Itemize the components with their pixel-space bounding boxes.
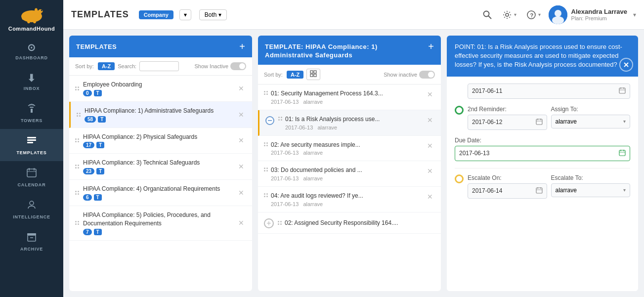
assign2-chevron: ▾: [623, 119, 626, 124]
mid-show-inactive-wrap: Show inactive: [384, 71, 435, 79]
sidebar-item-inbox[interactable]: ⬇ INBOX: [0, 66, 63, 97]
calendar-icon-4[interactable]: [536, 187, 543, 195]
template-detail-list: 01: Security Management Process 164.3...…: [258, 85, 441, 291]
template-detail-subtitle: Administrative Safeguards: [265, 51, 352, 59]
main-content: TEMPLATES Company ▾ Both ▾ ▾ ? ▾: [63, 0, 644, 297]
sidebar-item-templates[interactable]: TEMPLATES: [0, 129, 63, 161]
mid-list-item[interactable]: 02: Are security measures imple... 2017-…: [258, 136, 441, 162]
topbar-actions: ▾ ? ▾ Alexandra Larrave Plan: Premium ▾: [480, 5, 636, 24]
calendar-icon-3[interactable]: [619, 149, 626, 158]
minus-button[interactable]: −: [265, 116, 274, 125]
item-close-button[interactable]: ✕: [236, 162, 246, 171]
item-close-button[interactable]: ✕: [236, 218, 246, 228]
assign2-value: alarrave: [556, 118, 577, 125]
reminder2-label: 2nd Reminder:: [468, 106, 547, 113]
sidebar-item-towers[interactable]: TOWERS: [0, 97, 63, 129]
svg-rect-43: [619, 150, 625, 156]
user-name: Alexandra Larrave: [571, 8, 627, 15]
svg-point-21: [483, 11, 489, 16]
template-detail-toolbar: Sort by: A-Z Show inactive: [258, 65, 441, 85]
sidebar-item-calendar[interactable]: CALENDAR: [0, 161, 63, 193]
list-item[interactable]: HIPAA Compliance: 5) Policies, Procedure…: [69, 206, 252, 241]
badge-num: 23: [83, 168, 94, 174]
drag-handle: [75, 138, 79, 142]
calendar-icon-1[interactable]: [619, 87, 626, 95]
list-item[interactable]: Employee Onboarding 0 T ✕: [69, 76, 252, 102]
due-date-input-wrap: 2017-06-13: [455, 146, 630, 161]
templates-icon: [26, 135, 37, 148]
drag-handle: [264, 168, 268, 171]
mid-item-close[interactable]: ✕: [425, 141, 435, 151]
show-inactive-toggle[interactable]: [230, 62, 246, 70]
mid-toggle-knob: [428, 72, 434, 78]
mid-item-close[interactable]: ✕: [425, 192, 435, 202]
mid-list-item[interactable]: 03: Do documented policies and ... 2017-…: [258, 161, 441, 187]
due-date-value: 2017-06-13: [459, 150, 616, 157]
settings-button[interactable]: ▾: [500, 8, 518, 22]
date2-value: 2017-06-12: [472, 119, 533, 126]
intelligence-icon: [26, 199, 37, 212]
right-panel-close-button[interactable]: [619, 58, 633, 72]
mid-item-title: 02: Are security measures imple...: [271, 141, 425, 149]
sidebar: CommandHound ⊙ DASHBOARD ⬇ INBOX TOWERS …: [0, 0, 63, 297]
svg-rect-8: [31, 109, 33, 113]
add-sub-item-button[interactable]: +: [264, 218, 274, 228]
yellow-status-dot: [455, 174, 464, 183]
template-detail-add-button[interactable]: +: [428, 42, 434, 51]
drag-handle: [264, 91, 268, 95]
mid-item-meta: 2017-06-13 alarrave: [271, 175, 425, 181]
assign2-select[interactable]: alarrave ▾: [551, 115, 631, 128]
company-chevron: ▾: [184, 11, 187, 18]
sidebar-item-intelligence[interactable]: INTELLIGENCE: [0, 193, 63, 225]
user-section[interactable]: Alexandra Larrave Plan: Premium ▾: [549, 5, 636, 24]
list-item[interactable]: HIPAA Compliance: 4) Organizational Requ…: [69, 180, 252, 206]
svg-point-23: [506, 13, 509, 16]
mid-item-content: 04: Are audit logs reviewed? If ye... 20…: [271, 192, 425, 207]
templates-add-button[interactable]: +: [239, 42, 245, 51]
mid-list-item[interactable]: 01: Security Management Process 164.3...…: [258, 85, 441, 110]
escalate-to-select[interactable]: alarrave ▾: [551, 183, 631, 197]
item-close-button[interactable]: ✕: [236, 135, 246, 145]
mid-list-item-add[interactable]: + 02: Assigned Security Responsibility 1…: [258, 212, 441, 234]
search-input[interactable]: [139, 61, 179, 71]
item-close-button[interactable]: ✕: [236, 84, 246, 93]
calendar-icon-2[interactable]: [536, 118, 543, 127]
list-item[interactable]: HIPAA Compliance: 1) Administrative Safe…: [69, 102, 252, 128]
company-dropdown[interactable]: ▾: [179, 9, 191, 20]
both-chevron: ▾: [218, 11, 221, 18]
svg-rect-39: [536, 119, 542, 125]
archive-icon: [26, 231, 37, 245]
search-icon: [482, 10, 492, 20]
svg-point-27: [555, 10, 561, 17]
item-badges: 58 T: [85, 116, 236, 123]
mid-item-close[interactable]: ✕: [425, 166, 435, 176]
svg-text:?: ?: [530, 12, 533, 18]
list-item[interactable]: HIPAA Compliance: 3) Technical Safeguard…: [69, 154, 252, 180]
mid-list-item[interactable]: 04: Are audit logs reviewed? If ye... 20…: [258, 187, 441, 212]
list-item[interactable]: HIPAA Compliance: 2) Physical Safeguards…: [69, 128, 252, 154]
escalate-date-value: 2017-06-14: [472, 187, 533, 194]
escalate-to-label: Escalate To:: [551, 174, 631, 181]
both-dropdown[interactable]: Both ▾: [199, 9, 227, 20]
help-button[interactable]: ? ▾: [524, 8, 543, 22]
sidebar-label-towers: TOWERS: [21, 118, 43, 123]
columns-area: TEMPLATES + Sort by: A-Z Search: Show In…: [63, 30, 644, 297]
logo-section: CommandHound: [0, 0, 63, 36]
help-icon: ?: [526, 10, 536, 20]
sort-az-button[interactable]: A-Z: [98, 62, 115, 70]
mid-sort-az-button[interactable]: A-Z: [287, 71, 303, 79]
sidebar-item-dashboard[interactable]: ⊙ DASHBOARD: [0, 36, 63, 66]
item-close-button[interactable]: ✕: [236, 110, 246, 120]
mid-show-inactive-toggle[interactable]: [419, 71, 435, 79]
settings-icon: [502, 10, 512, 20]
drag-handle: [278, 117, 282, 121]
sidebar-item-archive[interactable]: ARCHIVE: [0, 225, 63, 257]
mid-list-item[interactable]: − 01: Is a Risk Analysis process use... …: [258, 110, 441, 136]
mid-sort-alt-button[interactable]: [306, 69, 320, 80]
svg-point-3: [35, 8, 38, 13]
search-button[interactable]: [480, 8, 494, 22]
item-content: HIPAA Compliance: 5) Policies, Procedure…: [83, 211, 236, 235]
mid-item-close[interactable]: ✕: [425, 89, 435, 99]
item-close-button[interactable]: ✕: [236, 188, 246, 198]
mid-item-close[interactable]: ✕: [425, 115, 435, 125]
